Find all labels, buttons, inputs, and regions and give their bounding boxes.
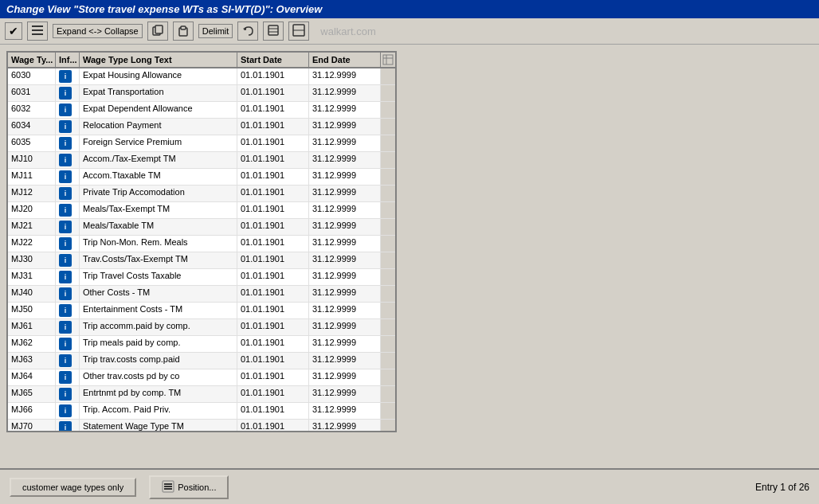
cell-info[interactable]: i	[56, 68, 80, 84]
table-row[interactable]: MJ20 i Meals/Tax-Exempt TM 01.01.1901 31…	[8, 202, 395, 219]
info-icon[interactable]: i	[59, 204, 72, 217]
info-icon[interactable]: i	[59, 271, 72, 283]
cell-scroll	[381, 236, 395, 252]
table-row[interactable]: MJ22 i Trip Non-Mon. Rem. Meals 01.01.19…	[8, 236, 395, 252]
info-icon[interactable]: i	[59, 154, 72, 166]
table-row[interactable]: MJ66 i Trip. Accom. Paid Priv. 01.01.190…	[8, 403, 395, 420]
table-row[interactable]: MJ70 i Statement Wage Type TM 01.01.1901…	[8, 420, 395, 431]
svg-rect-2	[32, 33, 43, 35]
cell-info[interactable]: i	[56, 169, 80, 185]
toolbar-settings-btn[interactable]	[263, 21, 284, 41]
cell-scroll	[381, 219, 395, 235]
table-row[interactable]: MJ50 i Entertainment Costs - TM 01.01.19…	[8, 303, 395, 319]
cell-info[interactable]: i	[56, 336, 80, 352]
cell-enddate: 31.12.9999	[309, 319, 381, 335]
cell-info[interactable]: i	[56, 236, 80, 252]
table-row[interactable]: MJ30 i Trav.Costs/Tax-Exempt TM 01.01.19…	[8, 252, 395, 269]
table-row[interactable]: 6035 i Foreign Service Premium 01.01.190…	[8, 135, 395, 152]
toolbar-copy-btn[interactable]	[147, 21, 168, 41]
toolbar-undo-btn[interactable]	[237, 21, 258, 41]
cell-wagetype: MJ61	[8, 319, 56, 335]
info-icon[interactable]: i	[59, 221, 72, 233]
table-row[interactable]: MJ63 i Trip trav.costs comp.paid 01.01.1…	[8, 353, 395, 369]
table-row[interactable]: MJ31 i Trip Travel Costs Taxable 01.01.1…	[8, 269, 395, 286]
table-row[interactable]: MJ11 i Accom.Ttaxable TM 01.01.1901 31.1…	[8, 169, 395, 186]
cell-wagetype: MJ62	[8, 336, 56, 352]
toolbar-menu-btn[interactable]	[27, 21, 48, 41]
cell-info[interactable]: i	[56, 102, 80, 118]
delimit-btn[interactable]: Delimit	[198, 24, 233, 38]
info-icon[interactable]: i	[59, 404, 72, 417]
table-row[interactable]: MJ62 i Trip meals paid by comp. 01.01.19…	[8, 336, 395, 353]
table-row[interactable]: MJ21 i Meals/Taxable TM 01.01.1901 31.12…	[8, 219, 395, 236]
table-row[interactable]: 6032 i Expat Dependent Allowance 01.01.1…	[8, 102, 395, 119]
cell-info[interactable]: i	[56, 135, 80, 151]
expand-collapse-btn[interactable]: Expand <-> Collapse	[53, 24, 143, 38]
info-icon[interactable]: i	[59, 421, 72, 431]
cell-info[interactable]: i	[56, 286, 80, 302]
info-icon[interactable]: i	[59, 354, 72, 367]
cell-wagetype: MJ64	[8, 369, 56, 385]
cell-info[interactable]: i	[56, 420, 80, 431]
info-icon[interactable]: i	[59, 338, 72, 350]
info-icon[interactable]: i	[59, 321, 72, 334]
table-row[interactable]: MJ65 i Entrtnmt pd by comp. TM 01.01.190…	[8, 386, 395, 403]
info-icon[interactable]: i	[59, 170, 72, 183]
table-scroll-area[interactable]: 6030 i Expat Housing Allowance 01.01.190…	[8, 68, 395, 431]
info-icon[interactable]: i	[59, 70, 72, 83]
cell-scroll	[381, 135, 395, 151]
cell-info[interactable]: i	[56, 252, 80, 268]
cell-info[interactable]: i	[56, 219, 80, 235]
info-icon[interactable]: i	[59, 237, 72, 250]
cell-enddate: 31.12.9999	[309, 269, 381, 285]
col-header-wagetype: Wage Ty...	[8, 53, 56, 67]
cell-info[interactable]: i	[56, 303, 80, 318]
cell-enddate: 31.12.9999	[309, 386, 381, 402]
table-row[interactable]: MJ10 i Accom./Tax-Exempt TM 01.01.1901 3…	[8, 152, 395, 169]
cell-wagetype: MJ31	[8, 269, 56, 285]
cell-info[interactable]: i	[56, 152, 80, 168]
cell-info[interactable]: i	[56, 369, 80, 385]
info-icon[interactable]: i	[59, 187, 72, 200]
cell-info[interactable]: i	[56, 386, 80, 402]
cell-info[interactable]: i	[56, 119, 80, 135]
cell-info[interactable]: i	[56, 403, 80, 419]
info-icon[interactable]: i	[59, 104, 72, 116]
cell-scroll	[381, 420, 395, 431]
cell-info[interactable]: i	[56, 202, 80, 218]
cell-enddate: 31.12.9999	[309, 169, 381, 185]
toolbar-checkmark-btn[interactable]: ✔	[5, 22, 22, 40]
cell-info[interactable]: i	[56, 269, 80, 285]
info-icon[interactable]: i	[59, 304, 72, 317]
cell-info[interactable]: i	[56, 85, 80, 101]
table-row[interactable]: 6030 i Expat Housing Allowance 01.01.190…	[8, 68, 395, 85]
toolbar-extra-btn[interactable]	[288, 21, 309, 41]
cell-longtext: Expat Housing Allowance	[80, 68, 237, 84]
info-icon[interactable]: i	[59, 254, 72, 267]
table-row[interactable]: 6034 i Relocation Payment 01.01.1901 31.…	[8, 119, 395, 135]
cell-wagetype: MJ10	[8, 152, 56, 168]
svg-rect-0	[32, 25, 43, 27]
info-icon[interactable]: i	[59, 137, 72, 150]
svg-rect-8	[268, 25, 278, 35]
info-icon[interactable]: i	[59, 371, 72, 384]
undo-icon	[241, 24, 254, 38]
table-row[interactable]: MJ12 i Private Trip Accomodation 01.01.1…	[8, 186, 395, 202]
cell-info[interactable]: i	[56, 353, 80, 369]
cell-enddate: 31.12.9999	[309, 85, 381, 101]
info-icon[interactable]: i	[59, 87, 72, 100]
table-row[interactable]: MJ61 i Trip accomm.paid by comp. 01.01.1…	[8, 319, 395, 336]
table-row[interactable]: 6031 i Expat Transportation 01.01.1901 3…	[8, 85, 395, 102]
position-btn[interactable]: Position...	[149, 475, 229, 499]
table-row[interactable]: MJ40 i Other Costs - TM 01.01.1901 31.12…	[8, 286, 395, 303]
col-header-resize[interactable]	[381, 53, 395, 67]
delimit-label: Delimit	[202, 26, 229, 36]
info-icon[interactable]: i	[59, 120, 72, 133]
table-row[interactable]: MJ64 i Other trav.costs pd by co 01.01.1…	[8, 369, 395, 386]
customer-wage-types-btn[interactable]: customer wage types only	[10, 478, 136, 497]
toolbar-paste-btn[interactable]	[173, 21, 194, 41]
info-icon[interactable]: i	[59, 287, 72, 300]
info-icon[interactable]: i	[59, 388, 72, 400]
cell-info[interactable]: i	[56, 319, 80, 335]
cell-info[interactable]: i	[56, 186, 80, 201]
